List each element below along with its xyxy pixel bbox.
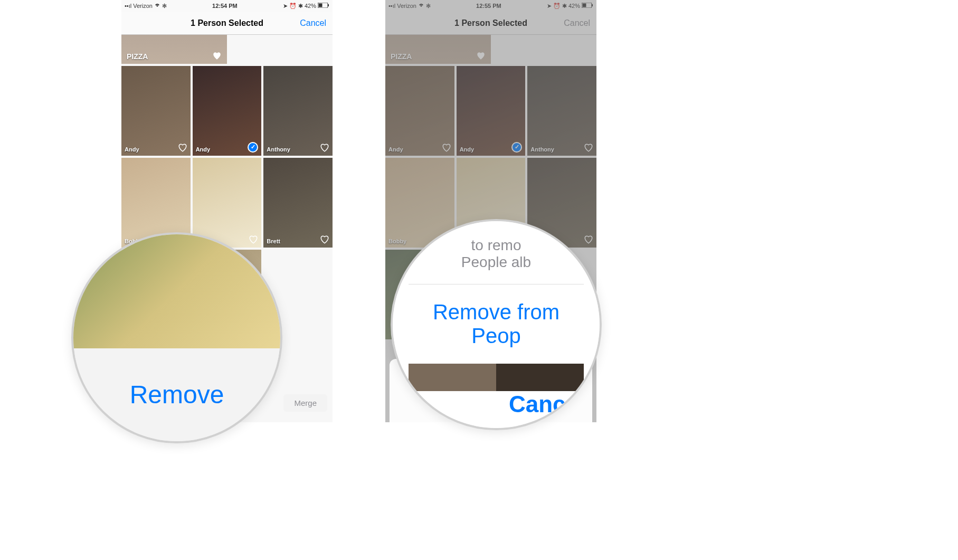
person-tile[interactable]: Andy (121, 66, 191, 156)
tile-name: Andy (125, 146, 178, 153)
bluetooth-icon: ✱ (298, 3, 303, 10)
svg-rect-5 (592, 4, 593, 6)
cancel-button[interactable]: Cancel (300, 18, 326, 28)
status-bar: ••ıl Verizon ✻ 12:55 PM ➤ ⏰ ✱ 42% (385, 0, 596, 12)
heart-filled-icon (476, 51, 486, 61)
heart-filled-icon[interactable] (212, 51, 222, 61)
zoom-callout-right: to remo People alb Remove from Peop Canc… (391, 219, 602, 430)
pizza-tile[interactable]: PIZZA (121, 35, 227, 64)
loading-icon: ✻ (162, 3, 167, 10)
selected-check-icon (248, 142, 258, 153)
svg-rect-1 (318, 4, 322, 7)
heart-outline-icon (442, 143, 451, 153)
person-tile[interactable]: Brett (263, 158, 333, 248)
svg-rect-4 (582, 4, 586, 7)
remove-from-people-button[interactable]: Remove from Peop (409, 284, 584, 364)
wifi-icon (154, 3, 160, 9)
sheet-gap-image (409, 364, 584, 391)
bluetooth-icon: ✱ (562, 3, 567, 10)
merge-button[interactable]: Merge (283, 394, 327, 412)
pizza-label: PIZZA (391, 52, 412, 61)
battery-percent: 42% (568, 3, 580, 9)
status-time: 12:54 PM (212, 3, 238, 9)
nav-bar: 1 Person Selected Cancel (121, 12, 333, 35)
pizza-label: PIZZA (127, 52, 148, 61)
person-tile: Anthony (527, 66, 596, 156)
zoom-toolbar: Remove (73, 348, 280, 441)
pizza-tile: PIZZA (385, 35, 491, 64)
person-tile[interactable] (193, 158, 262, 248)
location-icon: ➤ (283, 3, 288, 10)
heart-outline-icon (584, 143, 593, 153)
nav-title: 1 Person Selected (191, 18, 263, 28)
alarm-icon: ⏰ (289, 3, 297, 10)
tile-name: Andy (388, 146, 442, 153)
heart-outline-icon (584, 235, 593, 244)
signal-icon: ••ıl (125, 3, 131, 9)
tile-name: Brett (267, 238, 320, 244)
battery-icon (582, 3, 593, 9)
tile-name: Andy (460, 146, 512, 153)
alarm-icon: ⏰ (553, 3, 561, 10)
wifi-icon (418, 3, 424, 9)
svg-rect-2 (328, 4, 329, 6)
location-icon: ➤ (547, 3, 552, 10)
carrier-label: Verizon (397, 3, 416, 9)
status-time: 12:55 PM (476, 3, 501, 9)
remove-button[interactable]: Remove (130, 380, 224, 409)
nav-bar: 1 Person Selected Cancel (385, 12, 596, 35)
cancel-button-disabled: Cancel (564, 18, 590, 28)
battery-percent: 42% (305, 3, 316, 9)
tile-name: Anthony (267, 146, 320, 153)
battery-icon (318, 3, 329, 9)
zoom-callout-left: Remove (71, 232, 282, 443)
tile-name: Andy (196, 146, 248, 153)
person-tile-selected: Andy (457, 66, 526, 156)
heart-outline-icon[interactable] (178, 143, 187, 153)
signal-icon: ••ıl (388, 3, 395, 9)
person-tile[interactable]: Anthony (263, 66, 333, 156)
status-bar: ••ıl Verizon ✻ 12:54 PM ➤ ⏰ ✱ 42% (121, 0, 333, 12)
carrier-label: Verizon (133, 3, 153, 9)
heart-outline-icon[interactable] (320, 235, 329, 244)
selected-check-icon (511, 142, 522, 153)
heart-outline-icon[interactable] (249, 235, 258, 244)
action-sheet-message: to remo People alb (409, 232, 584, 284)
person-tile-selected[interactable]: Andy (193, 66, 262, 156)
heart-outline-icon[interactable] (320, 143, 329, 153)
person-tile: Andy (385, 66, 454, 156)
tile-name: Anthony (530, 146, 584, 153)
loading-icon: ✻ (426, 3, 431, 10)
nav-title: 1 Person Selected (454, 18, 527, 28)
